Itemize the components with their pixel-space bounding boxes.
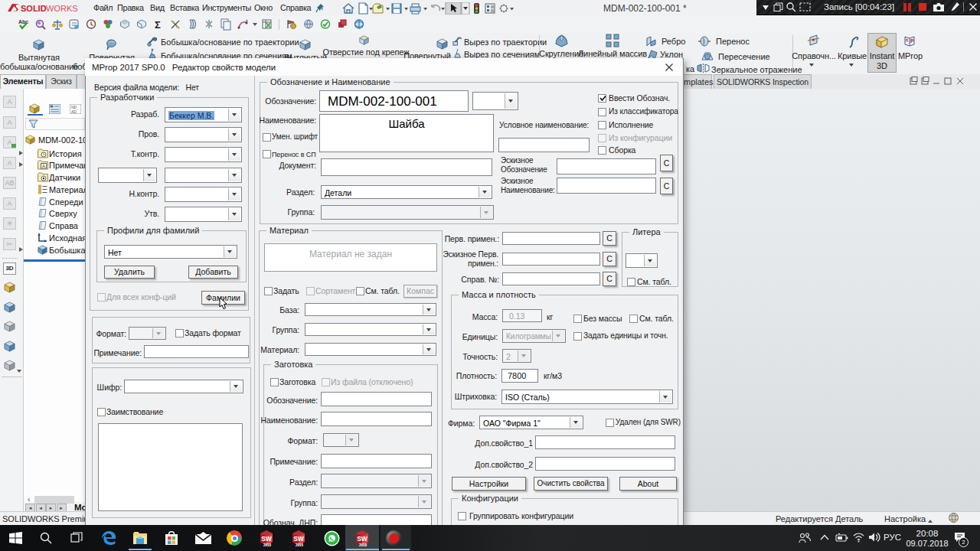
svg-text:SW: SW	[293, 535, 305, 543]
svg-text:A: A	[42, 164, 45, 168]
svg-text:SW: SW	[261, 535, 273, 543]
svg-text:2016: 2016	[296, 543, 304, 547]
svg-text:Σ: Σ	[155, 19, 161, 31]
svg-text:2018: 2018	[263, 543, 272, 547]
svg-text:2018: 2018	[359, 543, 368, 547]
svg-text:P: P	[910, 38, 914, 44]
svg-text:SW: SW	[357, 535, 368, 543]
